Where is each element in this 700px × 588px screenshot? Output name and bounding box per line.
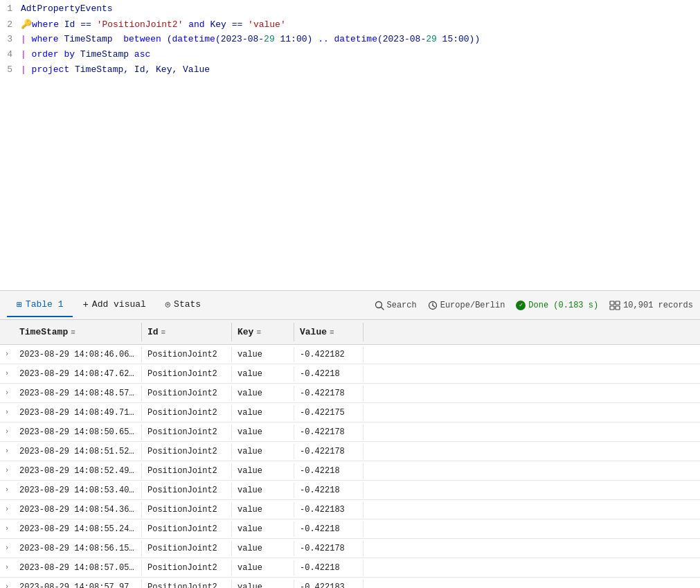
timezone-label: Europe/Berlin: [440, 301, 505, 310]
cell-id: PositionJoint2: [142, 502, 232, 517]
search-icon: [375, 301, 384, 310]
token: TimeStamp, Id, Key, Value: [69, 64, 210, 75]
query-editor[interactable]: 1AdtPropertyEvents2🔑where Id == 'Positio…: [0, 0, 700, 291]
row-expand-icon[interactable]: ›: [0, 544, 14, 552]
cell-timestamp: 2023-08-29 14:08:51.5270: [14, 444, 142, 459]
table-row[interactable]: ›2023-08-29 14:08:51.5270PositionJoint2v…: [0, 442, 700, 461]
cell-key: value: [232, 347, 294, 362]
cell-value: -0.422178: [294, 541, 364, 556]
row-expand-icon[interactable]: ›: [0, 486, 14, 494]
tab-stats[interactable]: ◎ Stats: [156, 294, 210, 317]
records-label: 10,901 records: [623, 301, 693, 310]
table-row[interactable]: ›2023-08-29 14:08:50.6530PositionJoint2v…: [0, 422, 700, 442]
line-number-5: 5: [0, 64, 21, 75]
cell-id: PositionJoint2: [142, 366, 232, 382]
col-id-menu-icon[interactable]: ≡: [161, 328, 166, 337]
cell-key: value: [232, 502, 294, 517]
records-info: 10,901 records: [609, 301, 693, 310]
done-label: Done (0.183 s): [528, 301, 598, 310]
col-header-id[interactable]: Id ≡: [142, 323, 232, 341]
cell-id: PositionJoint2: [142, 463, 232, 479]
token: Key ==: [210, 19, 248, 30]
row-expand-icon[interactable]: ›: [0, 506, 14, 513]
token: (2023-08-: [377, 34, 426, 44]
token: project: [32, 64, 70, 75]
col-key-menu-icon[interactable]: ≡: [256, 328, 261, 337]
col-timestamp-menu-icon[interactable]: ≡: [71, 328, 75, 337]
table-row[interactable]: ›2023-08-29 14:08:46.0650PositionJoint2v…: [0, 345, 700, 364]
code-line-5: 5| project TimeStamp, Id, Key, Value: [0, 64, 700, 79]
cell-value: -0.422175: [294, 405, 364, 420]
records-icon: [609, 301, 620, 310]
svg-rect-5: [610, 301, 614, 305]
table-row[interactable]: ›2023-08-29 14:08:48.5750PositionJoint2v…: [0, 384, 700, 403]
search-button[interactable]: Search: [375, 301, 417, 310]
row-expand-icon[interactable]: ›: [0, 564, 14, 571]
tab-add-visual-label: Add visual: [92, 299, 146, 310]
code-line-2: 2🔑where Id == 'PositionJoint2' and Key =…: [0, 18, 700, 33]
cell-value: -0.422178: [294, 425, 364, 440]
col-header-timestamp[interactable]: TimeStamp ≡: [14, 323, 142, 341]
cell-key: value: [232, 541, 294, 556]
row-expand-icon[interactable]: ›: [0, 370, 14, 377]
token: 🔑: [21, 19, 32, 30]
cell-id: PositionJoint2: [142, 580, 232, 589]
code-line-4: 4| order by TimeStamp asc: [0, 48, 700, 64]
token: 'PositionJoint2': [97, 19, 183, 30]
cell-id: PositionJoint2: [142, 483, 232, 498]
col-timestamp-label: TimeStamp: [19, 327, 68, 337]
table-row[interactable]: ›2023-08-29 14:08:47.6290PositionJoint2v…: [0, 364, 700, 384]
svg-line-1: [381, 307, 384, 310]
token: where: [32, 34, 59, 44]
row-expand-icon[interactable]: ›: [0, 389, 14, 397]
row-expand-icon[interactable]: ›: [0, 583, 14, 588]
line-number-3: 3: [0, 34, 21, 44]
table-row[interactable]: ›2023-08-29 14:08:57.0520PositionJoint2v…: [0, 558, 700, 578]
table-row[interactable]: ›2023-08-29 14:08:55.2470PositionJoint2v…: [0, 519, 700, 539]
svg-rect-7: [610, 306, 614, 310]
cell-key: value: [232, 425, 294, 440]
row-expand-icon[interactable]: ›: [0, 409, 14, 416]
timezone-button[interactable]: Europe/Berlin: [428, 301, 505, 310]
table-row[interactable]: ›2023-08-29 14:08:57.9790PositionJoint2v…: [0, 578, 700, 588]
tab-add-visual[interactable]: + Add visual: [73, 294, 155, 317]
row-expand-icon[interactable]: ›: [0, 428, 14, 436]
cell-timestamp: 2023-08-29 14:08:57.0520: [14, 560, 142, 576]
table-row[interactable]: ›2023-08-29 14:08:52.4940PositionJoint2v…: [0, 461, 700, 481]
table-row[interactable]: ›2023-08-29 14:08:54.3650PositionJoint2v…: [0, 500, 700, 519]
col-header-key[interactable]: Key ≡: [232, 323, 294, 341]
row-expand-icon[interactable]: ›: [0, 467, 14, 474]
col-key-label: Key: [237, 327, 253, 337]
token: order by: [32, 49, 75, 60]
cell-timestamp: 2023-08-29 14:08:56.1560: [14, 541, 142, 556]
done-status: ✓ Done (0.183 s): [516, 301, 598, 310]
cell-value: -0.42218: [294, 522, 364, 537]
search-label: Search: [387, 301, 417, 310]
cell-timestamp: 2023-08-29 14:08:50.6530: [14, 425, 142, 440]
table-row[interactable]: ›2023-08-29 14:08:53.4050PositionJoint2v…: [0, 481, 700, 500]
cell-key: value: [232, 560, 294, 576]
row-expand-icon[interactable]: ›: [0, 447, 14, 455]
cell-id: PositionJoint2: [142, 347, 232, 362]
row-expand-icon[interactable]: ›: [0, 525, 14, 533]
cell-value: -0.422178: [294, 386, 364, 401]
token: datetime: [334, 34, 377, 44]
table-body: ›2023-08-29 14:08:46.0650PositionJoint2v…: [0, 345, 700, 588]
cell-value: -0.422183: [294, 580, 364, 589]
tab-table1[interactable]: ⊞ Table 1: [7, 294, 73, 317]
cell-key: value: [232, 405, 294, 420]
col-header-value[interactable]: Value ≡: [294, 323, 364, 341]
cell-id: PositionJoint2: [142, 425, 232, 440]
col-id-label: Id: [147, 327, 159, 337]
toolbar-right: Search Europe/Berlin ✓ Done (0.183 s) 10…: [375, 301, 694, 310]
col-value-menu-icon[interactable]: ≡: [330, 328, 334, 337]
code-line-3: 3| where TimeStamp between (datetime(202…: [0, 33, 700, 48]
cell-timestamp: 2023-08-29 14:08:55.2470: [14, 522, 142, 537]
token: 29: [426, 34, 437, 44]
cell-timestamp: 2023-08-29 14:08:54.3650: [14, 502, 142, 517]
token: TimeStamp: [75, 49, 134, 60]
table-row[interactable]: ›2023-08-29 14:08:49.7180PositionJoint2v…: [0, 403, 700, 422]
line-number-1: 1: [0, 3, 21, 14]
row-expand-icon[interactable]: ›: [0, 350, 14, 358]
table-row[interactable]: ›2023-08-29 14:08:56.1560PositionJoint2v…: [0, 539, 700, 558]
